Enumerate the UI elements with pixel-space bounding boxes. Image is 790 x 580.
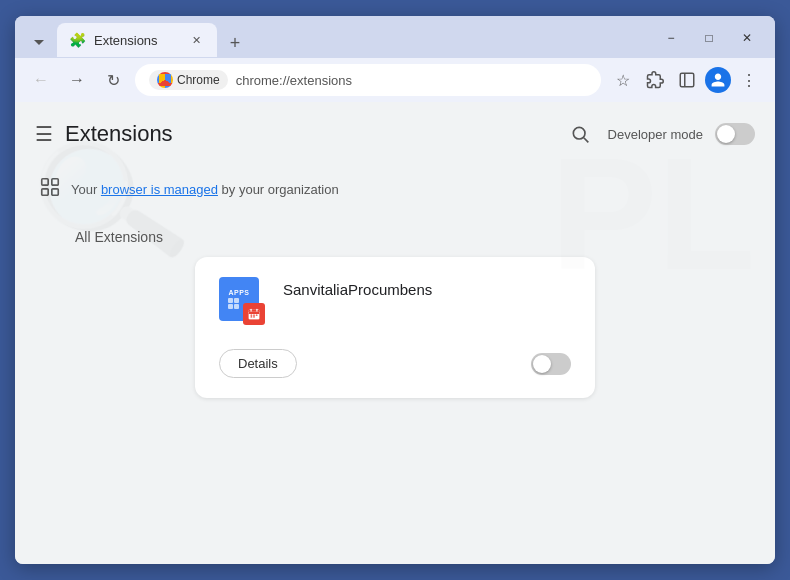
extension-enable-toggle[interactable] — [531, 353, 571, 375]
extension-card-bottom: Details — [219, 349, 571, 378]
bookmark-icon[interactable]: ☆ — [609, 66, 637, 94]
svg-rect-4 — [42, 179, 48, 185]
managed-text: Your browser is managed by your organiza… — [71, 182, 339, 197]
page-title: Extensions — [65, 121, 173, 147]
maximize-button[interactable]: □ — [691, 24, 727, 52]
svg-rect-11 — [249, 312, 260, 314]
chrome-badge: Chrome — [149, 70, 228, 90]
tab-close-button[interactable]: ✕ — [187, 31, 205, 49]
svg-rect-14 — [251, 315, 253, 316]
extension-card: APPS — [195, 257, 595, 398]
window-controls: − □ ✕ — [653, 24, 765, 56]
svg-rect-16 — [256, 315, 258, 316]
managed-banner: Your browser is managed by your organiza… — [15, 166, 775, 213]
header-left: ☰ Extensions — [35, 121, 173, 147]
svg-rect-5 — [52, 179, 58, 185]
title-bar: 🧩 Extensions ✕ + − □ ✕ — [15, 16, 775, 58]
active-tab[interactable]: 🧩 Extensions ✕ — [57, 23, 217, 57]
svg-rect-0 — [680, 73, 694, 87]
forward-button[interactable]: → — [63, 66, 91, 94]
minimize-button[interactable]: − — [653, 24, 689, 52]
svg-rect-6 — [42, 189, 48, 195]
menu-hamburger-button[interactable]: ☰ — [35, 122, 53, 146]
extensions-header: ☰ Extensions Developer mode — [15, 102, 775, 166]
extension-icon-wrapper: APPS — [219, 277, 267, 325]
chrome-logo-icon — [157, 72, 173, 88]
details-button[interactable]: Details — [219, 349, 297, 378]
header-right: Developer mode — [564, 118, 755, 150]
address-bar: ← → ↻ Chrome chrome://extensions ☆ — [15, 58, 775, 102]
toolbar-icons: ☆ ⋮ — [609, 66, 763, 94]
tab-dropdown[interactable] — [25, 29, 53, 57]
svg-line-3 — [583, 138, 588, 143]
svg-rect-18 — [253, 316, 255, 317]
svg-point-2 — [573, 127, 585, 139]
page-content: 🔍 PL ☰ Extensions Developer mode — [15, 102, 775, 564]
address-field[interactable]: Chrome chrome://extensions — [135, 64, 601, 96]
browser-window: 🧩 Extensions ✕ + − □ ✕ ← → ↻ Chrome chro… — [15, 16, 775, 564]
extension-name: SanvitaliaProcumbens — [283, 277, 432, 298]
chrome-badge-text: Chrome — [177, 73, 220, 87]
reload-button[interactable]: ↻ — [99, 66, 127, 94]
developer-mode-label: Developer mode — [608, 127, 703, 142]
new-tab-button[interactable]: + — [221, 29, 249, 57]
svg-rect-7 — [52, 189, 58, 195]
tab-favicon: 🧩 — [69, 32, 86, 48]
all-extensions-title: All Extensions — [75, 229, 715, 245]
svg-rect-15 — [253, 315, 255, 316]
close-button[interactable]: ✕ — [729, 24, 765, 52]
back-button[interactable]: ← — [27, 66, 55, 94]
extensions-page: ☰ Extensions Developer mode — [15, 102, 775, 564]
menu-icon[interactable]: ⋮ — [735, 66, 763, 94]
address-url: chrome://extensions — [236, 73, 587, 88]
tab-title: Extensions — [94, 33, 179, 48]
developer-mode-toggle[interactable] — [715, 123, 755, 145]
extension-card-top: APPS — [219, 277, 571, 325]
extension-icon-overlay — [243, 303, 265, 325]
search-button[interactable] — [564, 118, 596, 150]
profile-icon[interactable] — [705, 67, 731, 93]
sidebar-icon[interactable] — [673, 66, 701, 94]
extension-icon[interactable] — [641, 66, 669, 94]
managed-link[interactable]: browser is managed — [101, 182, 218, 197]
managed-icon — [39, 176, 61, 203]
svg-rect-17 — [251, 316, 253, 317]
extensions-body: All Extensions APPS — [15, 213, 775, 564]
tab-bar: 🧩 Extensions ✕ + — [25, 23, 653, 57]
extension-icon: APPS — [219, 277, 259, 321]
